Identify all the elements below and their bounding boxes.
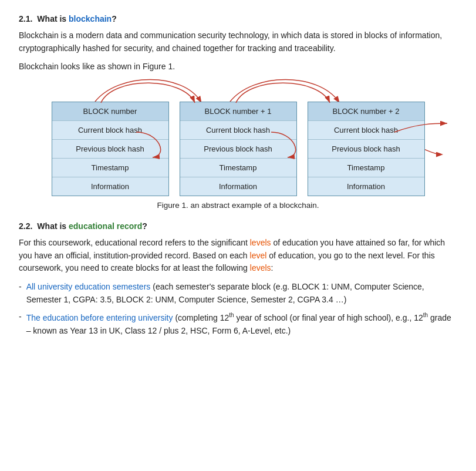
bullet-1-text: All university education semesters (each… xyxy=(26,281,457,306)
block-2-prev-hash: Previous block hash xyxy=(180,140,296,159)
block-2-current-hash: Current block hash xyxy=(180,121,296,140)
block-2: BLOCK number + 1 Current block hash Prev… xyxy=(180,102,297,196)
block-1-timestamp: Timestamp xyxy=(52,159,168,177)
block-3-header: BLOCK number + 2 xyxy=(308,102,424,121)
block-3-information: Information xyxy=(308,177,424,196)
block-1-current-hash: Current block hash xyxy=(52,121,168,140)
block-1: BLOCK number Current block hash Previous… xyxy=(52,102,169,196)
section-22-heading: 2.2. What is educational record? xyxy=(19,221,457,231)
section-22-number: 2.2. xyxy=(19,221,32,231)
block-3-prev-hash: Previous block hash xyxy=(308,140,424,159)
bullet-dash-2: - xyxy=(19,311,22,337)
paragraph-1: Blockchain is a modern data and communic… xyxy=(19,29,457,55)
block-2-header: BLOCK number + 1 xyxy=(180,102,296,121)
section-22-title: What is educational record? xyxy=(37,221,147,231)
block-1-information: Information xyxy=(52,177,168,196)
block-2-timestamp: Timestamp xyxy=(180,159,296,177)
bullet-item-1: - All university education semesters (ea… xyxy=(19,281,457,306)
paragraph-3: For this coursework, educational record … xyxy=(19,237,457,275)
block-3-current-hash: Current block hash xyxy=(308,121,424,140)
block-2-information: Information xyxy=(180,177,296,196)
bullet-dash-1: - xyxy=(19,281,22,306)
block-1-prev-hash: Previous block hash xyxy=(52,140,168,159)
block-1-header: BLOCK number xyxy=(52,102,168,121)
figure-caption: Figure 1. an abstract example of a block… xyxy=(19,200,457,212)
paragraph-2: Blockchain looks like as shown in Figure… xyxy=(19,60,457,73)
bullet-2-text: The education before entering university… xyxy=(26,311,457,337)
bullet-item-2: - The education before entering universi… xyxy=(19,311,457,337)
section-21-number: 2.1. xyxy=(19,14,32,23)
block-3-timestamp: Timestamp xyxy=(308,159,424,177)
section-21-title: What is blockchain? xyxy=(37,14,116,23)
section-21-heading: 2.1. What is blockchain? xyxy=(19,14,457,23)
blockchain-diagram: BLOCK number Current block hash Previous… xyxy=(19,84,457,196)
bullet-list: - All university education semesters (ea… xyxy=(19,281,457,337)
block-3: BLOCK number + 2 Current block hash Prev… xyxy=(308,102,425,196)
